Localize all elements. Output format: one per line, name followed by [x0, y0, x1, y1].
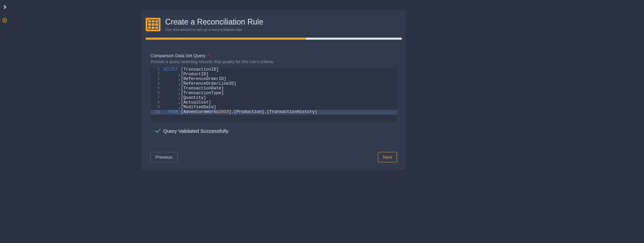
code-content[interactable]: ,[ReferenceOrderID] — [163, 77, 397, 82]
next-button[interactable]: Next — [378, 152, 397, 162]
line-number: 6 — [150, 91, 163, 96]
code-line[interactable]: 4 ,[ReferenceOrderLineID] — [150, 82, 397, 86]
line-number: 2 — [150, 72, 163, 77]
validation-text: Query Validated Successfully — [163, 128, 228, 134]
page-title: Create a Reconciliation Rule — [165, 17, 263, 27]
line-number: 3 — [150, 77, 163, 82]
line-number: 10 — [150, 110, 163, 115]
wizard-footer: Previous Next — [142, 134, 406, 162]
code-content[interactable]: ,[TransactionType] — [163, 91, 397, 96]
code-content[interactable]: ,[ProductID] — [163, 72, 397, 77]
page-subtitle: Use this wizard to set up a reconciliati… — [165, 28, 263, 32]
wizard-card: Create a Reconciliation Rule Use this wi… — [142, 10, 406, 170]
sql-editor[interactable]: 1SELECT [TransactionID]2 ,[ProductID]3 ,… — [150, 68, 397, 122]
mini-sidebar — [0, 0, 9, 243]
add-button[interactable] — [2, 17, 8, 24]
code-line[interactable]: 7 ,[Quantity] — [150, 96, 397, 100]
code-content[interactable]: ,[ModifiedDate] — [163, 105, 397, 110]
code-content[interactable]: ,[Quantity] — [163, 96, 397, 100]
line-number: 8 — [150, 100, 163, 105]
code-content[interactable]: ,[ActualCost] — [163, 100, 397, 105]
check-icon — [155, 128, 160, 133]
line-number: 7 — [150, 96, 163, 100]
grid-icon — [146, 18, 160, 31]
field-help: Provide a query selecting records that q… — [150, 59, 397, 64]
svg-rect-1 — [148, 20, 158, 29]
wizard-header: Create a Reconciliation Rule Use this wi… — [142, 10, 406, 38]
code-line[interactable]: 8 ,[ActualCost] — [150, 100, 397, 105]
code-line[interactable]: 2 ,[ProductID] — [150, 72, 397, 77]
line-number: 4 — [150, 82, 163, 86]
previous-button[interactable]: Previous — [150, 152, 178, 162]
wizard-progress-fill — [146, 38, 306, 40]
validation-status: Query Validated Successfully — [155, 128, 397, 134]
code-content[interactable]: SELECT [TransactionID] — [163, 68, 397, 72]
line-number: 5 — [150, 86, 163, 91]
code-line[interactable]: 5 ,[TransactionDate] — [150, 86, 397, 91]
code-line[interactable]: 3 ,[ReferenceOrderID] — [150, 77, 397, 82]
code-content[interactable]: FROM [AdventureWorks2019].[Production].[… — [163, 110, 397, 115]
code-line[interactable]: 10 FROM [AdventureWorks2019].[Production… — [150, 110, 397, 115]
expand-sidebar-button[interactable] — [2, 4, 8, 10]
required-indicator: * — [207, 53, 209, 58]
code-line[interactable]: 9 ,[ModifiedDate] — [150, 105, 397, 110]
line-number: 1 — [150, 68, 163, 72]
code-line[interactable]: 1SELECT [TransactionID] — [150, 68, 397, 72]
field-label: Comparison Data Set Query — [150, 53, 205, 58]
code-content[interactable]: ,[ReferenceOrderLineID] — [163, 82, 397, 86]
line-number: 9 — [150, 105, 163, 110]
field-label-row: Comparison Data Set Query * — [150, 53, 397, 58]
code-line[interactable]: 6 ,[TransactionType] — [150, 91, 397, 96]
wizard-progress — [146, 38, 402, 40]
chevron-right-icon — [3, 5, 7, 9]
content-area: Create a Reconciliation Rule Use this wi… — [9, 0, 644, 243]
code-content[interactable]: ,[TransactionDate] — [163, 86, 397, 91]
plus-circle-icon — [2, 18, 7, 23]
